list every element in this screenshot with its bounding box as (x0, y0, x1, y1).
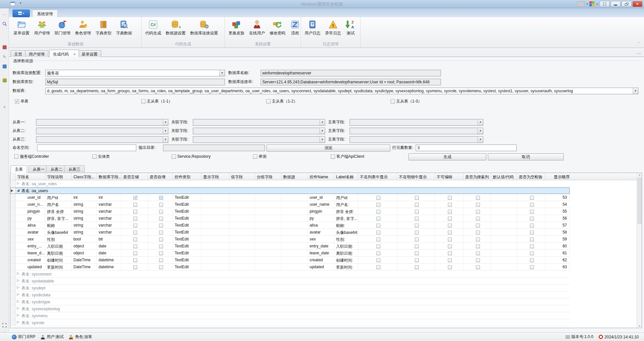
checkbox-icon[interactable] (530, 203, 534, 207)
cell-control-name[interactable]: user_name (308, 201, 334, 208)
checkbox-icon[interactable] (376, 251, 380, 255)
exception-log-button[interactable]: ! 异常日志 (323, 19, 343, 37)
checkbox-icon[interactable] (133, 265, 137, 269)
role-management-button[interactable]: 角色管理 (73, 19, 93, 37)
field-row[interactable]: avatar 头像base64 string varchar TextEdit … (10, 229, 570, 236)
table-group-row[interactable]: 表名: sysdictype (10, 298, 570, 305)
table-group-row[interactable]: 表名: sysmenu (10, 312, 570, 319)
checkbox-icon[interactable] (133, 244, 137, 248)
cell-not-editable[interactable] (435, 236, 463, 242)
field-row[interactable]: sex 性别 bool bit TextEdit sex 性别: 59 (10, 236, 570, 243)
cell-group-field[interactable] (255, 208, 281, 215)
table-group-row[interactable]: 表名: oa_users (10, 187, 570, 194)
cell-is-pk[interactable] (121, 208, 148, 215)
cell-group-field[interactable] (255, 201, 281, 208)
checkbox-icon[interactable] (376, 203, 380, 207)
rel-field1-select[interactable]: ▼ (193, 119, 325, 126)
cell-value-field[interactable] (229, 257, 255, 263)
cell-null-check[interactable] (517, 229, 545, 235)
cell-control-type[interactable]: TextEdit (173, 229, 201, 235)
col-data-source[interactable]: 数据源 (281, 173, 308, 180)
cell-control-name[interactable]: updated (308, 264, 334, 270)
expand-collapse-icon[interactable] (16, 319, 21, 326)
option-server-controller[interactable]: 服务端Controller (14, 154, 49, 160)
cell-display-order[interactable]: 53 (545, 194, 570, 201)
cell-value-field[interactable] (229, 243, 255, 249)
cell-is-search[interactable] (463, 257, 491, 263)
field-row[interactable]: user_n... 用户名 string varchar TextEdit us… (10, 201, 570, 208)
checkbox-icon[interactable] (159, 210, 163, 214)
cell-value-field[interactable] (229, 264, 255, 270)
cell-group-field[interactable] (255, 250, 281, 256)
cell-class-type[interactable]: object (72, 250, 97, 256)
checkbox-icon[interactable] (415, 203, 419, 207)
checkbox-icon[interactable] (159, 224, 163, 228)
chevron-down-icon[interactable]: ▾ (596, 2, 598, 6)
checkbox-icon[interactable] (530, 244, 534, 248)
cell-control-type[interactable]: TextEdit (173, 243, 201, 249)
cell-db-type[interactable]: bit (97, 236, 121, 242)
cell-value-field[interactable] (229, 201, 255, 208)
cell-not-editable[interactable] (435, 201, 463, 208)
cell-null-check[interactable] (517, 257, 545, 263)
cell-hide-in-list[interactable] (358, 229, 397, 235)
cell-is-search[interactable] (463, 215, 491, 222)
search-icon[interactable] (0, 21, 9, 27)
checkbox-icon[interactable] (159, 203, 163, 207)
cell-null-check[interactable] (517, 201, 545, 208)
cell-default-code[interactable] (491, 194, 517, 201)
checkbox-icon[interactable] (415, 258, 419, 262)
checkbox-icon[interactable] (331, 154, 335, 159)
expand-collapse-icon[interactable] (16, 284, 21, 291)
checkbox-icon[interactable] (376, 224, 380, 228)
grid-tab-sub1[interactable]: 从表一 (28, 165, 49, 172)
cell-class-type[interactable]: string (72, 208, 97, 215)
col-label-name[interactable]: Label名称 (334, 173, 358, 180)
checkbox-icon[interactable] (448, 258, 452, 262)
mode-single-table[interactable]: 单表 (15, 99, 28, 105)
cell-display-field[interactable] (201, 215, 229, 222)
cell-class-type[interactable]: string (72, 229, 97, 235)
cell-field-desc[interactable]: 头像base64 (45, 229, 72, 235)
namespace-input[interactable] (37, 145, 136, 151)
cell-label-name[interactable]: 用户id: (334, 194, 358, 201)
cell-field-desc[interactable]: 性别 (45, 236, 72, 242)
cell-db-type[interactable]: int (97, 194, 121, 201)
mode-master-detail-1[interactable]: 主从表（1-1） (141, 99, 172, 105)
cell-label-name[interactable]: 用户名: (334, 201, 358, 208)
subtable2-select[interactable]: ▼ (36, 128, 168, 134)
option-entity-class[interactable]: 实体类 (92, 154, 110, 160)
cell-is-autoinc[interactable] (148, 222, 173, 229)
col-value-field[interactable]: 值字段 (229, 173, 255, 180)
checkbox-icon[interactable] (415, 210, 419, 214)
cell-display-order[interactable]: 55 (545, 208, 570, 215)
expand-icon[interactable] (0, 323, 9, 328)
cell-field-desc[interactable]: 用户名 (45, 201, 72, 208)
cell-hide-in-list[interactable] (358, 264, 397, 270)
cell-default-code[interactable] (491, 215, 517, 222)
cell-is-autoinc[interactable] (148, 257, 173, 263)
checkbox-icon[interactable] (530, 196, 534, 200)
checkbox-icon[interactable] (141, 99, 146, 104)
col-field-desc[interactable]: 字段说明 (45, 173, 72, 180)
checkbox-icon[interactable] (159, 258, 163, 262)
restore-button[interactable] (622, 1, 631, 7)
cell-default-code[interactable] (491, 243, 517, 249)
checkbox-icon[interactable] (476, 217, 480, 221)
checkbox-icon[interactable] (133, 237, 137, 241)
cell-is-autoinc[interactable] (148, 264, 173, 270)
cell-label-name[interactable]: 头像base64: (334, 229, 358, 235)
checkbox-icon[interactable] (376, 217, 380, 221)
cell-db-type[interactable]: varchar (97, 229, 121, 235)
checkbox-icon[interactable] (415, 231, 419, 234)
cell-is-autoinc[interactable] (148, 243, 173, 249)
cell-group-field[interactable] (255, 229, 281, 235)
checkbox-icon[interactable] (133, 258, 137, 262)
file-menu-button[interactable]: ▾ (13, 10, 30, 17)
col-class-field[interactable]: Class字段... (72, 173, 97, 180)
dots-icon[interactable]: ⋯ (0, 12, 9, 17)
checkbox-icon[interactable] (159, 237, 163, 241)
cell-control-name[interactable]: user_id (308, 194, 334, 201)
cell-class-type[interactable]: string (72, 201, 97, 208)
checkbox-icon[interactable] (448, 224, 452, 228)
